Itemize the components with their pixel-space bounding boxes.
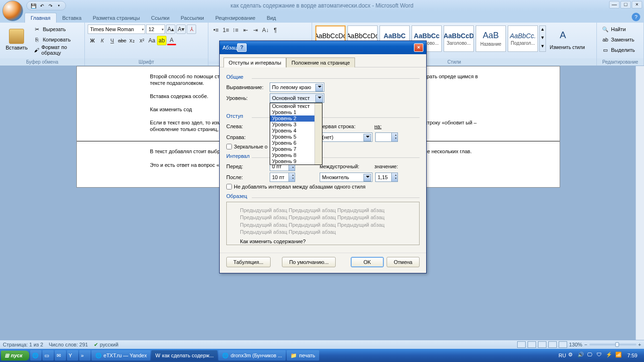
lang-indicator[interactable]: RU [559,353,566,358]
highlight-button[interactable]: ab [157,36,166,45]
status-lang[interactable]: ✔русский [94,342,118,348]
mirror-checkbox[interactable] [226,144,232,149]
strike-button[interactable]: abc [117,36,127,45]
view-draft[interactable] [559,341,567,348]
by-spinner[interactable]: ▴▾ [375,132,398,142]
indent-dec-icon[interactable]: ⇤ [241,25,250,35]
replace-button[interactable]: abЗаменить [600,35,637,44]
superscript-button[interactable]: x² [137,36,147,45]
tab-insert[interactable]: Вставка [57,13,87,23]
tab-home[interactable]: Главная [25,13,57,23]
style-item[interactable]: AaBbCcDЗаголово... [444,25,474,52]
style-gallery-more[interactable]: ▾ [540,43,545,51]
tray-icon[interactable]: 🔊 [578,352,585,359]
zoom-out-button[interactable]: − [584,342,587,347]
tab-view[interactable]: Вид [261,13,282,23]
change-styles-button[interactable]: A Изменить стили [547,25,587,55]
numbering-icon[interactable]: 1≡ [221,25,231,35]
dialog-close-button[interactable]: × [414,43,423,52]
quicklaunch-item[interactable]: 🌐 [30,350,41,361]
tab-layout[interactable]: Разметка страницы [87,13,146,23]
view-fullscreen[interactable] [528,341,536,348]
start-button[interactable]: ⊞пуск [1,351,29,361]
show-marks-icon[interactable]: ¶ [271,25,280,35]
taskbar-item[interactable]: 🌐dronx3m (Бунчиков ... [218,350,286,361]
tab-mailings[interactable]: Рассылки [175,13,209,23]
quicklaunch-item[interactable]: Y [67,350,78,361]
taskbar-item[interactable]: 📁печать [287,350,319,361]
tray-icon[interactable]: 📶 [615,352,623,359]
zoom-value[interactable]: 130% [569,342,582,347]
subscript-button[interactable]: x₂ [127,36,137,45]
status-page[interactable]: Страница: 1 из 2 [3,342,43,347]
vertical-scrollbar[interactable] [636,66,644,340]
dialog-tab-indents[interactable]: Отступы и интервалы [223,58,286,67]
style-item[interactable]: AaBbCc.Подзагол... [508,25,538,52]
underline-button[interactable]: Ч [107,36,117,45]
dropdown-scrollbar[interactable] [314,103,322,165]
taskbar-item[interactable]: 🌐eTXT.ru — Yandex [91,350,151,361]
zoom-slider[interactable] [589,344,636,346]
tray-icon[interactable]: 🛡 [596,352,604,359]
minimize-button[interactable]: — [609,1,619,8]
tab-review[interactable]: Рецензирование [210,13,261,23]
alignment-combo[interactable]: По левому краю [270,82,324,92]
first-line-combo[interactable]: (нет) [320,132,372,142]
quicklaunch-item[interactable]: ✉ [55,350,66,361]
select-button[interactable]: ▭Выделить [600,45,637,55]
office-button[interactable] [2,0,23,21]
italic-button[interactable]: К [98,36,107,45]
zoom-thumb[interactable] [615,342,619,347]
copy-button[interactable]: ⎘Копировать [32,35,82,44]
case-button[interactable]: Aa [147,36,157,45]
help-icon[interactable]: ? [632,13,640,21]
after-spinner[interactable]: 10 пт▴▾ [270,173,295,182]
cancel-button[interactable]: Отмена [387,257,420,267]
dialog-titlebar[interactable]: Абзац ? × [220,41,426,54]
tray-icon[interactable]: ⚙ [568,352,576,359]
style-gallery-up[interactable]: ▴ [540,26,545,34]
level-combo[interactable]: Основной текст [270,93,324,103]
bullets-icon[interactable]: •≡ [211,25,221,35]
cut-button[interactable]: ✂Вырезать [32,25,82,34]
undo-icon[interactable]: ↶ [38,2,46,9]
font-name-combo[interactable]: Times New Roman [88,25,145,34]
dialog-tab-position[interactable]: Положение на странице [286,58,355,67]
paste-button[interactable]: Вставить [3,25,31,55]
find-button[interactable]: 🔍Найти [600,25,637,34]
view-print-layout[interactable] [517,341,526,348]
ok-button[interactable]: OK [351,257,384,267]
dialog-help-button[interactable]: ? [237,43,247,52]
redo-icon[interactable]: ↷ [47,2,54,9]
shrink-font-icon[interactable]: A▾ [176,25,186,34]
qat-dropdown-icon[interactable]: ▾ [55,2,63,9]
indent-inc-icon[interactable]: ⇥ [251,25,260,35]
font-size-combo[interactable]: 12 [146,25,165,34]
clear-format-icon[interactable]: ⅄ [187,25,196,34]
close-button[interactable]: × [632,1,642,8]
tab-references[interactable]: Ссылки [146,13,175,23]
style-gallery-down[interactable]: ▾ [540,34,545,43]
format-painter-button[interactable]: 🖌Формат по образцу [32,45,82,55]
noadd-checkbox[interactable] [226,184,232,189]
line-spacing-combo[interactable]: Множитель [320,173,372,182]
multilevel-icon[interactable]: ⁝≡ [231,25,240,35]
tray-icon[interactable]: ⚡ [606,352,613,359]
sort-icon[interactable]: A↓ [261,25,270,35]
defaults-button[interactable]: По умолчанию... [282,257,336,267]
status-words[interactable]: Число слов: 291 [49,342,88,347]
view-web[interactable] [538,341,546,348]
view-outline[interactable] [548,341,557,348]
bold-button[interactable]: Ж [88,36,97,45]
line-value-spinner[interactable]: 1,15▴▾ [375,173,398,182]
maximize-button[interactable]: □ [620,1,631,8]
tray-icon[interactable]: 🖵 [587,352,594,359]
quicklaunch-item[interactable]: » [79,350,91,361]
quicklaunch-item[interactable]: ▭ [42,350,54,361]
save-icon[interactable]: 💾 [30,2,37,9]
style-item[interactable]: AaBНазвание [476,25,506,52]
clock[interactable]: 7:59 [625,353,640,358]
tabs-button[interactable]: Табуляция... [226,257,271,267]
taskbar-item[interactable]: Wкак сделать содерж... [151,350,217,361]
zoom-in-button[interactable]: + [638,342,641,347]
